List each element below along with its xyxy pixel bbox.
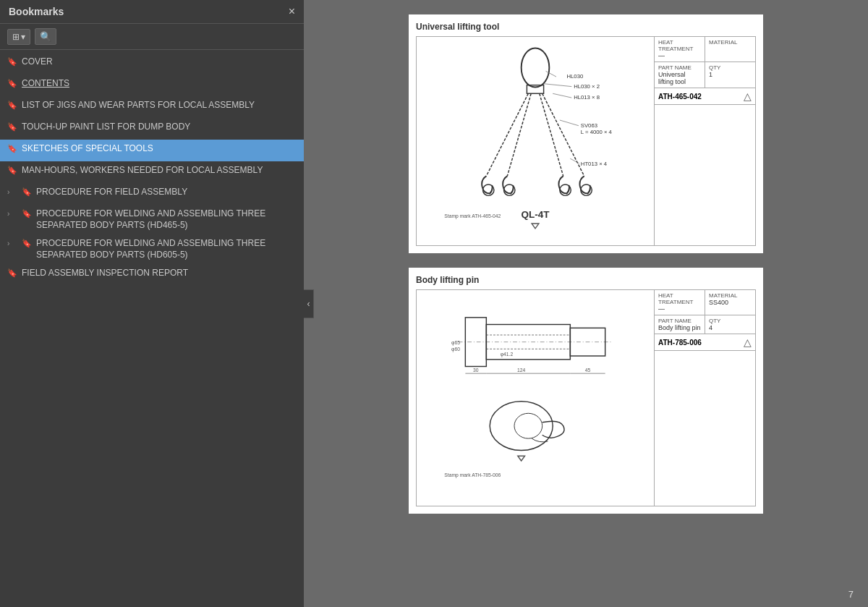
- sidebar-collapse-button[interactable]: ‹: [304, 289, 314, 318]
- bookmark-item-procedure-hd605[interactable]: › 🔖 PROCEDURE FOR WELDING AND ASSEMBLING…: [0, 234, 304, 264]
- drawing-frame-body-pin: 124 45 30 φ41.2 φ65 φ60: [416, 289, 756, 506]
- search-icon: 🔍: [40, 31, 51, 42]
- svg-point-36: [514, 413, 542, 438]
- svg-text:HT013 × 4: HT013 × 4: [581, 161, 608, 167]
- qty-value: 1: [709, 71, 752, 78]
- svg-text:30: 30: [473, 368, 479, 373]
- part-name-cell: PART NAME Universal lifting tool: [655, 62, 705, 88]
- sidebar-toolbar: ⊞ ▾ 🔍: [0, 24, 304, 50]
- bookmark-list: 🔖 COVER 🔖 CONTENTS 🔖 LIST OF JIGS AND WE…: [0, 50, 304, 607]
- heat-treatment-value: —: [658, 305, 701, 313]
- part-number-value: ATH-465-042: [658, 93, 702, 101]
- svg-point-35: [490, 402, 553, 451]
- sidebar-title: Bookmarks: [9, 6, 64, 17]
- body-pin-svg: 124 45 30 φ41.2 φ65 φ60: [430, 300, 640, 496]
- search-bookmarks-button[interactable]: 🔍: [35, 28, 56, 45]
- svg-marker-7: [532, 224, 539, 229]
- svg-text:φ65: φ65: [451, 340, 460, 346]
- bookmark-icon: 🔖: [7, 57, 17, 67]
- material-label: MATERIAL: [709, 292, 737, 299]
- bookmark-item-sketches[interactable]: 🔖 SKETCHES OF SPECIAL TOOLS: [0, 140, 304, 161]
- svg-line-11: [544, 84, 572, 87]
- svg-point-0: [522, 48, 550, 87]
- part-number-value: ATH-785-006: [658, 339, 702, 347]
- body-lifting-pin-card: Body lifting pin: [409, 268, 763, 514]
- svg-text:HL030: HL030: [567, 73, 584, 80]
- qty-cell: QTY 1: [705, 62, 755, 88]
- bookmark-icon: 🔖: [22, 239, 32, 248]
- drawing-main-area-universal: QL-4T HL030 HL030 × 2 HL013 × 8 SV063: [417, 37, 654, 245]
- part-name-cell: PART NAME Body lifting pin: [655, 315, 705, 334]
- bookmark-label-procedure-hd605: PROCEDURE FOR WELDING AND ASSEMBLING THR…: [36, 238, 297, 260]
- close-button[interactable]: ×: [289, 6, 295, 17]
- expand-all-button[interactable]: ⊞ ▾: [7, 29, 30, 45]
- bookmark-label-field-inspection: FIELD ASSEMBLY INSPECTION REPORT: [22, 268, 297, 279]
- expand-arrow-icon: ›: [7, 239, 17, 247]
- triangle-symbol: △: [744, 90, 752, 102]
- universal-lifting-tool-card: Universal lifting tool: [409, 14, 763, 253]
- bookmark-item-field-inspection[interactable]: 🔖 FIELD ASSEMBLY INSPECTION REPORT: [0, 264, 304, 286]
- bookmark-icon: 🔖: [7, 144, 17, 153]
- material-value: SS400: [709, 299, 752, 306]
- bookmark-item-procedure-field[interactable]: › 🔖 PROCEDURE FOR FIELD ASSEMBLY: [0, 183, 304, 205]
- heat-treatment-value: —: [658, 52, 701, 59]
- bookmark-icon: 🔖: [7, 101, 17, 110]
- svg-text:SV063: SV063: [581, 122, 597, 129]
- expand-arrow-icon: ›: [7, 210, 17, 218]
- expand-dropdown-icon: ▾: [21, 32, 25, 42]
- drawing-frame-universal: QL-4T HL030 HL030 × 2 HL013 × 8 SV063: [416, 36, 756, 246]
- bookmark-item-jigs[interactable]: 🔖 LIST OF JIGS AND WEAR PARTS FOR LOCAL …: [0, 96, 304, 118]
- svg-line-18: [570, 158, 579, 164]
- svg-line-16: [560, 120, 579, 126]
- heat-treatment-label: HEAT TREATMENT: [658, 39, 693, 52]
- svg-text:φ60: φ60: [451, 347, 460, 352]
- qty-value: 4: [709, 324, 752, 331]
- qty-label: QTY: [709, 318, 720, 324]
- bookmark-label-jigs: LIST OF JIGS AND WEAR PARTS FOR LOCAL AS…: [22, 100, 297, 111]
- drawing-info-table-universal: HEAT TREATMENT — MATERIAL PART NAME Univ…: [654, 37, 755, 245]
- heat-treatment-cell: HEAT TREATMENT —: [655, 37, 705, 61]
- bookmark-label-procedure-hd465: PROCEDURE FOR WELDING AND ASSEMBLING THR…: [36, 208, 297, 231]
- bookmark-item-cover[interactable]: 🔖 COVER: [0, 53, 304, 75]
- triangle-symbol: △: [744, 336, 752, 348]
- part-number-row-body-pin: ATH-785-006 △: [655, 334, 755, 351]
- bookmark-item-contents[interactable]: 🔖 CONTENTS: [0, 75, 304, 96]
- bookmark-label-sketches: SKETCHES OF SPECIAL TOOLS: [22, 143, 297, 155]
- part-name-label: PART NAME: [658, 64, 692, 71]
- bookmark-item-manhours[interactable]: 🔖 MAN-HOURS, WORKERS NEEDED FOR LOCAL AS…: [0, 161, 304, 183]
- bookmark-label-procedure-field: PROCEDURE FOR FIELD ASSEMBLY: [36, 187, 297, 198]
- svg-text:45: 45: [585, 368, 591, 373]
- material-cell: MATERIAL SS400: [705, 290, 755, 315]
- bookmark-icon: 🔖: [7, 122, 17, 132]
- sidebar: Bookmarks × ⊞ ▾ 🔍 🔖 COVER 🔖 CONTENTS 🔖 L…: [0, 0, 304, 607]
- svg-text:124: 124: [517, 368, 526, 373]
- bookmark-icon: 🔖: [7, 268, 17, 278]
- svg-text:Stamp mark  ATH-465-042: Stamp mark ATH-465-042: [444, 213, 501, 219]
- part-name-value: Body lifting pin: [658, 324, 701, 331]
- material-label: MATERIAL: [709, 39, 737, 46]
- bookmark-label-touchup: TOUCH-UP PAINT LIST FOR DUMP BODY: [22, 122, 297, 133]
- qty-cell: QTY 4: [705, 315, 755, 334]
- bookmark-icon: 🔖: [7, 166, 17, 175]
- drawing-title-universal: Universal lifting tool: [416, 22, 756, 32]
- svg-marker-37: [518, 456, 525, 461]
- part-number-row-universal: ATH-465-042 △: [655, 88, 755, 105]
- lifting-tool-svg: QL-4T HL030 HL030 × 2 HL013 × 8 SV063: [430, 47, 640, 235]
- bookmark-label-manhours: MAN-HOURS, WORKERS NEEDED FOR LOCAL ASSE…: [22, 165, 297, 177]
- bookmark-icon: 🔖: [22, 209, 32, 218]
- svg-line-13: [553, 93, 571, 98]
- part-name-label: PART NAME: [658, 318, 692, 324]
- main-content: Universal lifting tool: [304, 0, 868, 607]
- drawing-info-table-body-pin: HEAT TREATMENT — MATERIAL SS400 PART NAM…: [654, 290, 755, 506]
- svg-text:Stamp mark  ATH-785-006: Stamp mark ATH-785-006: [444, 472, 501, 478]
- svg-text:QL-4T: QL-4T: [521, 209, 550, 220]
- partname-qty-row: PART NAME Universal lifting tool QTY 1: [655, 62, 755, 88]
- bookmark-item-touchup[interactable]: 🔖 TOUCH-UP PAINT LIST FOR DUMP BODY: [0, 118, 304, 140]
- expand-all-icon: ⊞: [12, 32, 20, 42]
- bookmark-item-procedure-hd465[interactable]: › 🔖 PROCEDURE FOR WELDING AND ASSEMBLING…: [0, 205, 304, 234]
- material-cell: MATERIAL: [705, 37, 755, 61]
- drawing-main-area-body-pin: 124 45 30 φ41.2 φ65 φ60: [417, 290, 654, 506]
- svg-text:HL013 × 8: HL013 × 8: [574, 94, 600, 101]
- drawing-title-body-pin: Body lifting pin: [416, 275, 756, 285]
- bookmark-icon: 🔖: [22, 187, 32, 197]
